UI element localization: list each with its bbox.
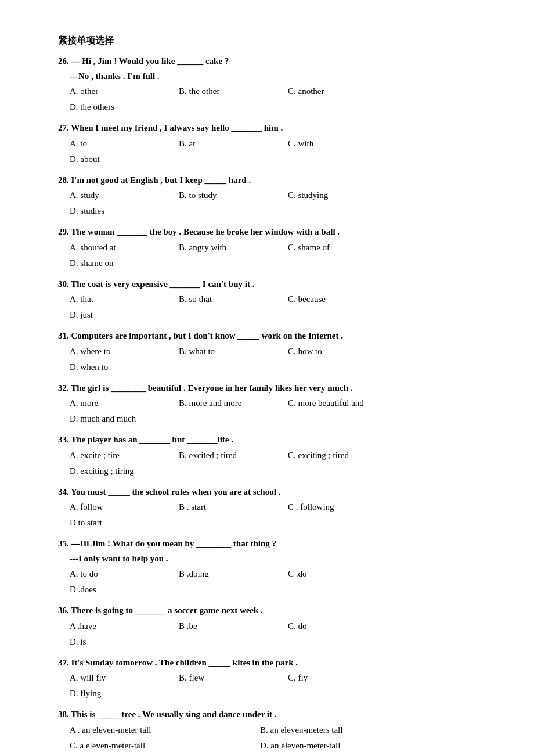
question-stem: 27. When I meet my friend , I always say… bbox=[58, 121, 488, 136]
question-block-q34: 34. You must _____ the school rules when… bbox=[58, 485, 488, 531]
options-line: C. a eleven-meter-tallD. an eleven-meter… bbox=[58, 738, 488, 754]
options-line: A. excite ; tireB. excited ; tiredC. exc… bbox=[58, 448, 488, 479]
option: B .doing bbox=[179, 566, 272, 582]
question-sub: ---I only want to help you . bbox=[58, 552, 488, 567]
option: A. that bbox=[70, 291, 163, 307]
option: D. when to bbox=[70, 359, 163, 375]
question-stem: 32. The girl is ________ beautiful . Eve… bbox=[58, 381, 488, 396]
option: C. studying bbox=[288, 188, 381, 203]
option: D. exciting ; tiring bbox=[70, 463, 163, 479]
option: A. more bbox=[70, 395, 163, 411]
option: B. angry with bbox=[179, 240, 272, 255]
option: C. because bbox=[288, 291, 381, 307]
question-block-q31: 31. Computers are important , but I don'… bbox=[58, 329, 488, 375]
question-stem: 34. You must _____ the school rules when… bbox=[58, 485, 488, 500]
option: C. shame of bbox=[288, 240, 381, 255]
question-stem: 30. The coat is very expensive _______ I… bbox=[58, 277, 488, 292]
option: A. study bbox=[70, 188, 163, 203]
options-line: A . an eleven-meter tallB. an eleven-met… bbox=[58, 722, 488, 738]
option: C. more beautiful and bbox=[288, 395, 381, 411]
question-block-q30: 30. The coat is very expensive _______ I… bbox=[58, 277, 488, 323]
question-block-q32: 32. The girl is ________ beautiful . Eve… bbox=[58, 381, 488, 427]
option: D .does bbox=[70, 582, 163, 597]
option: D. an eleven-meter-tall bbox=[260, 738, 434, 754]
option: A . an eleven-meter tall bbox=[70, 722, 244, 738]
options-line: A. will flyB. flewC. flyD. flying bbox=[58, 670, 488, 701]
option: D. just bbox=[70, 307, 163, 323]
option: C. a eleven-meter-tall bbox=[70, 738, 244, 754]
question-block-q28: 28. I'm not good at English , but I keep… bbox=[58, 173, 488, 219]
question-stem: 29. The woman _______ the boy . Because … bbox=[58, 225, 488, 240]
option: C. fly bbox=[288, 670, 381, 686]
options-line: A. otherB. the otherC. anotherD. the oth… bbox=[58, 84, 488, 115]
option: A. follow bbox=[70, 499, 163, 515]
option: B. so that bbox=[179, 291, 272, 307]
question-block-q36: 36. There is going to _______ a soccer g… bbox=[58, 603, 488, 650]
option: A. other bbox=[70, 84, 163, 99]
question-stem: 36. There is going to _______ a soccer g… bbox=[58, 603, 488, 618]
option: C. with bbox=[288, 136, 381, 152]
options-line: A. thatB. so thatC. becauseD. just bbox=[58, 291, 488, 323]
section-title: 紧接单项选择 bbox=[58, 35, 488, 47]
question-sub: ---No , thanks . I'm full . bbox=[58, 69, 488, 84]
option: D. is bbox=[70, 634, 163, 650]
options-line: A. moreB. more and moreC. more beautiful… bbox=[58, 395, 488, 427]
option: C .do bbox=[288, 566, 381, 582]
question-stem: 33. The player has an _______ but ______… bbox=[58, 433, 488, 448]
question-block-q26: 26. --- Hi , Jim ! Would you like ______… bbox=[58, 54, 488, 115]
options-line: A. studyB. to studyC. studyingD. studies bbox=[58, 188, 488, 219]
option: C. another bbox=[288, 84, 381, 99]
option: B .be bbox=[179, 618, 272, 634]
option: B. at bbox=[179, 136, 272, 152]
option: D. about bbox=[70, 152, 163, 167]
question-block-q29: 29. The woman _______ the boy . Because … bbox=[58, 225, 488, 271]
question-stem: 35. ---Hi Jim ! What do you mean by ____… bbox=[58, 537, 488, 552]
option: A. to do bbox=[70, 566, 163, 582]
option: A. excite ; tire bbox=[70, 448, 163, 463]
option: C. exciting ; tired bbox=[288, 448, 381, 463]
option: D to start bbox=[70, 515, 163, 531]
question-block-q38: 38. This is _____ tree . We usually sing… bbox=[58, 707, 488, 754]
option: B . start bbox=[179, 499, 272, 515]
option: A. to bbox=[70, 136, 163, 152]
option: B. flew bbox=[179, 670, 272, 686]
option: A. will fly bbox=[70, 670, 163, 686]
question-stem: 28. I'm not good at English , but I keep… bbox=[58, 173, 488, 188]
option: B. more and more bbox=[179, 395, 272, 411]
question-block-q35: 35. ---Hi Jim ! What do you mean by ____… bbox=[58, 537, 488, 597]
question-block-q37: 37. It's Sunday tomorrow . The children … bbox=[58, 656, 488, 702]
option: C . following bbox=[288, 499, 381, 515]
option: B. the other bbox=[179, 84, 272, 99]
question-stem: 26. --- Hi , Jim ! Would you like ______… bbox=[58, 54, 488, 69]
options-line: A. to doB .doingC .doD .does bbox=[58, 566, 488, 597]
question-stem: 31. Computers are important , but I don'… bbox=[58, 329, 488, 344]
question-stem: 37. It's Sunday tomorrow . The children … bbox=[58, 656, 488, 671]
option: A. shouted at bbox=[70, 240, 163, 255]
option: B. to study bbox=[179, 188, 272, 203]
option: D. much and much bbox=[70, 411, 163, 427]
option: D. studies bbox=[70, 203, 163, 219]
options-line: A. followB . startC . followingD to star… bbox=[58, 499, 488, 531]
question-stem: 38. This is _____ tree . We usually sing… bbox=[58, 707, 488, 722]
option: A .have bbox=[70, 618, 163, 634]
question-block-q33: 33. The player has an _______ but ______… bbox=[58, 433, 488, 479]
option: B. what to bbox=[179, 344, 272, 359]
question-block-q27: 27. When I meet my friend , I always say… bbox=[58, 121, 488, 167]
option: B. an eleven-meters tall bbox=[260, 722, 434, 738]
options-line: A. shouted atB. angry withC. shame ofD. … bbox=[58, 240, 488, 271]
option: B. excited ; tired bbox=[179, 448, 272, 463]
questions-container: 26. --- Hi , Jim ! Would you like ______… bbox=[58, 54, 488, 756]
option: D. flying bbox=[70, 686, 163, 701]
option: A. where to bbox=[70, 344, 163, 359]
option: C. how to bbox=[288, 344, 381, 359]
option: C. do bbox=[288, 618, 381, 634]
options-line: A .haveB .beC. doD. is bbox=[58, 618, 488, 650]
options-line: A. where toB. what toC. how toD. when to bbox=[58, 344, 488, 375]
options-line: A. toB. atC. withD. about bbox=[58, 136, 488, 167]
option: D. the others bbox=[70, 99, 163, 115]
option: D. shame on bbox=[70, 255, 163, 271]
